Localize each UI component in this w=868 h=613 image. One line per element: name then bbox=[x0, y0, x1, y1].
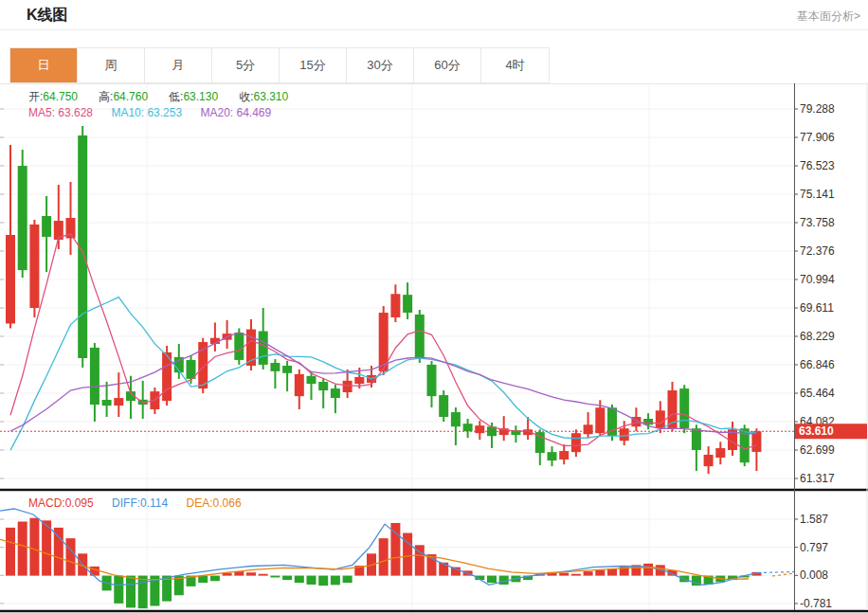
diff-value: DIFF:0.114 bbox=[112, 496, 168, 510]
svg-text:72.376: 72.376 bbox=[800, 244, 835, 258]
current-price-badge: 63.610 bbox=[795, 424, 867, 439]
svg-text:79.288: 79.288 bbox=[800, 102, 835, 116]
macd-bars bbox=[6, 518, 761, 608]
macd-readout: MACD:0.095 DIFF:0.114 DEA:0.066 bbox=[28, 496, 257, 510]
low-label: 低: bbox=[169, 90, 183, 103]
svg-text:0.008: 0.008 bbox=[800, 568, 828, 582]
svg-text:66.846: 66.846 bbox=[800, 358, 835, 371]
open-label: 开: bbox=[28, 90, 43, 103]
svg-text:-0.781: -0.781 bbox=[800, 597, 832, 610]
svg-text:70.994: 70.994 bbox=[800, 273, 835, 286]
ma-readout: MA5: 63.628 MA10: 63.253 MA20: 64.469 bbox=[28, 106, 286, 119]
svg-text:0.797: 0.797 bbox=[800, 541, 828, 554]
ma5-value: MA5: 63.628 bbox=[28, 106, 93, 119]
low-value: 63.130 bbox=[183, 90, 218, 103]
close-value: 63.310 bbox=[253, 90, 288, 103]
dea-value: DEA:0.066 bbox=[187, 496, 242, 510]
high-value: 64.760 bbox=[113, 90, 148, 103]
svg-text:65.464: 65.464 bbox=[800, 387, 835, 400]
ma20-value: MA20: 64.469 bbox=[200, 106, 271, 119]
svg-text:69.611: 69.611 bbox=[800, 301, 834, 315]
ma10-value: MA10: 63.253 bbox=[111, 106, 182, 119]
axes: 79.28877.90676.52375.14173.75872.37670.9… bbox=[0, 83, 868, 611]
ohlc-readout: 开:64.750高:64.760低:63.130收:63.310 bbox=[28, 89, 309, 105]
svg-text:1.587: 1.587 bbox=[800, 513, 828, 526]
svg-text:77.906: 77.906 bbox=[800, 131, 835, 144]
close-label: 收: bbox=[239, 90, 253, 103]
high-label: 高: bbox=[99, 90, 113, 103]
open-value: 64.750 bbox=[43, 90, 78, 103]
svg-text:73.758: 73.758 bbox=[800, 216, 835, 229]
svg-text:68.229: 68.229 bbox=[800, 330, 835, 343]
svg-text:75.141: 75.141 bbox=[800, 188, 835, 201]
svg-text:63.610: 63.610 bbox=[799, 424, 834, 438]
svg-text:62.699: 62.699 bbox=[800, 443, 835, 457]
macd-value: MACD:0.095 bbox=[28, 496, 94, 510]
svg-text:61.317: 61.317 bbox=[800, 472, 835, 485]
svg-text:76.523: 76.523 bbox=[800, 159, 835, 172]
